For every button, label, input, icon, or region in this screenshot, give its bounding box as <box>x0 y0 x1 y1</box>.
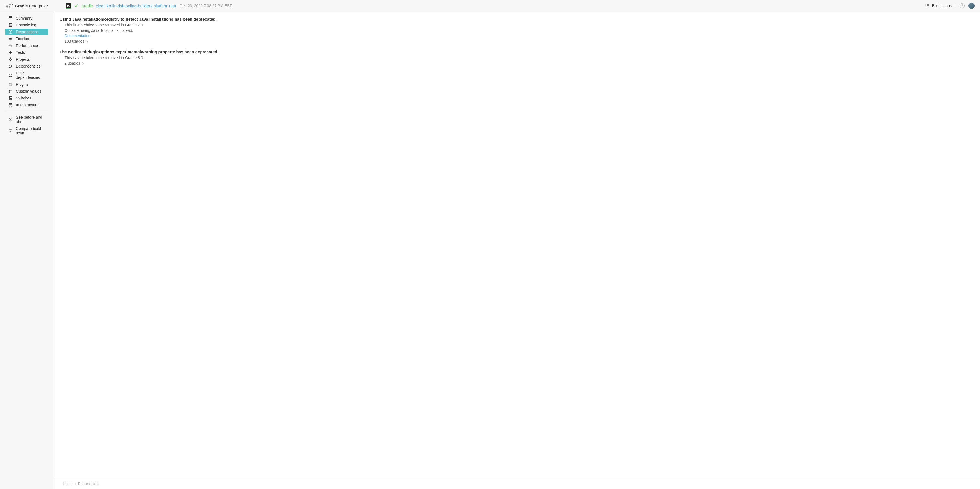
sidebar-label: Build dependencies <box>16 71 46 80</box>
svg-point-34 <box>11 74 12 75</box>
svg-rect-8 <box>9 24 12 27</box>
build-timestamp: Dec 23, 2020 7:38:27 PM EST <box>180 3 232 8</box>
deprecation-item: The KotlinDslPluginOptions.experimentalW… <box>60 49 975 66</box>
sidebar-item-custom-values[interactable]: Custom values <box>5 88 48 94</box>
svg-point-31 <box>11 66 12 67</box>
sidebar-item-switches[interactable]: Switches <box>5 95 48 101</box>
breadcrumb: Home › Deprecations <box>54 478 980 489</box>
sidebar: Summary Console log Deprecations Timelin… <box>0 12 54 489</box>
sidebar-item-performance[interactable]: Performance <box>5 42 48 49</box>
logo-text: Gradle Enterprise <box>15 3 48 8</box>
svg-point-45 <box>9 97 10 98</box>
usages-count: 2 usages <box>65 61 80 66</box>
svg-rect-41 <box>9 92 10 92</box>
usages-toggle[interactable]: 2 usages ❯ <box>65 61 975 66</box>
deprecations-content: Using JavaInstallationRegistry to detect… <box>54 12 980 478</box>
build-info: TC gradle clean kotlin-dsl-tooling-build… <box>66 3 232 8</box>
build-dependencies-icon <box>8 73 13 78</box>
deprecation-detail: This is scheduled to be removed in Gradl… <box>65 55 975 61</box>
svg-point-47 <box>11 99 12 99</box>
svg-point-21 <box>10 58 11 59</box>
svg-point-29 <box>9 65 10 66</box>
sidebar-label: Console log <box>16 23 36 27</box>
sidebar-label: Dependencies <box>16 64 41 68</box>
sidebar-label: Timeline <box>16 37 30 41</box>
sidebar-item-plugins[interactable]: Plugins <box>5 81 48 88</box>
chevron-right-icon: ❯ <box>82 62 84 65</box>
sidebar-label: Custom values <box>16 89 41 93</box>
deprecation-title: The KotlinDslPluginOptions.experimentalW… <box>60 49 975 54</box>
svg-point-23 <box>11 59 12 60</box>
switches-icon <box>8 96 13 100</box>
plugins-icon <box>8 82 13 86</box>
deprecation-detail: This is scheduled to be removed in Gradl… <box>65 22 975 28</box>
sidebar-item-summary[interactable]: Summary <box>5 15 48 21</box>
svg-rect-7 <box>9 18 12 19</box>
deprecation-title: Using JavaInstallationRegistry to detect… <box>60 17 975 21</box>
dependencies-icon <box>8 64 13 68</box>
gradle-elephant-icon <box>5 3 13 8</box>
svg-rect-48 <box>9 104 12 106</box>
svg-point-32 <box>9 74 10 75</box>
svg-point-24 <box>10 61 11 61</box>
sidebar-item-tests[interactable]: Tests <box>5 49 48 56</box>
console-icon <box>8 23 13 27</box>
svg-rect-6 <box>9 17 12 18</box>
svg-line-26 <box>10 59 11 59</box>
sidebar-item-console-log[interactable]: Console log <box>5 22 48 28</box>
svg-point-33 <box>9 76 10 77</box>
logo[interactable]: Gradle Enterprise <box>5 3 48 8</box>
help-icon[interactable]: ? <box>960 3 965 8</box>
sidebar-label: Tests <box>16 50 25 55</box>
documentation-link[interactable]: Documentation <box>65 33 91 38</box>
compare-icon <box>8 129 13 133</box>
sidebar-label: Deprecations <box>16 30 39 34</box>
svg-point-12 <box>10 33 11 33</box>
svg-point-35 <box>11 76 12 77</box>
build-task-label[interactable]: clean kotlin-dsl-tooling-builders:platfo… <box>96 3 176 8</box>
list-icon <box>925 3 930 8</box>
infrastructure-icon <box>8 103 13 107</box>
svg-point-22 <box>9 59 10 60</box>
main-panel: Using JavaInstallationRegistry to detect… <box>54 12 980 489</box>
sidebar-label: Infrastructure <box>16 103 38 107</box>
usages-count: 108 usages <box>65 39 84 44</box>
chevron-right-icon: ❯ <box>86 40 88 43</box>
header-bar: Gradle Enterprise TC gradle clean kotlin… <box>0 0 980 12</box>
history-icon <box>8 117 13 122</box>
sidebar-item-build-dependencies[interactable]: Build dependencies <box>5 70 48 81</box>
sidebar-label: See before and after <box>16 115 46 124</box>
avatar[interactable] <box>969 3 975 9</box>
sidebar-item-dependencies[interactable]: Dependencies <box>5 63 48 70</box>
svg-point-30 <box>9 67 10 68</box>
breadcrumb-separator: › <box>75 482 76 486</box>
svg-line-25 <box>10 59 10 59</box>
build-tool-label[interactable]: gradle <box>81 3 93 8</box>
svg-line-27 <box>10 60 10 61</box>
breadcrumb-current: Deprecations <box>78 482 99 486</box>
usages-toggle[interactable]: 108 usages ❯ <box>65 39 975 44</box>
svg-rect-40 <box>9 90 10 91</box>
tests-icon <box>8 50 13 55</box>
sidebar-item-projects[interactable]: Projects <box>5 56 48 63</box>
svg-line-28 <box>10 60 11 61</box>
sidebar-label: Projects <box>16 57 30 62</box>
sidebar-item-deprecations[interactable]: Deprecations <box>5 29 48 35</box>
sidebar-item-infrastructure[interactable]: Infrastructure <box>5 102 48 108</box>
sidebar-label: Performance <box>16 43 38 48</box>
timeline-icon <box>8 37 13 41</box>
sidebar-label: Plugins <box>16 82 29 86</box>
custom-values-icon <box>8 89 13 93</box>
sidebar-label: Summary <box>16 16 32 20</box>
performance-icon <box>8 43 13 48</box>
sidebar-action-before-after[interactable]: See before and after <box>5 114 48 125</box>
breadcrumb-home[interactable]: Home <box>63 482 73 486</box>
build-scans-link[interactable]: Build scans <box>925 3 952 8</box>
sidebar-action-compare[interactable]: Compare build scan <box>5 125 48 136</box>
sidebar-label: Compare build scan <box>16 126 46 135</box>
sidebar-label: Switches <box>16 96 31 100</box>
deprecation-item: Using JavaInstallationRegistry to detect… <box>60 17 975 44</box>
build-scans-label: Build scans <box>932 3 952 8</box>
sidebar-item-timeline[interactable]: Timeline <box>5 35 48 42</box>
teamcity-badge-icon[interactable]: TC <box>66 3 71 8</box>
